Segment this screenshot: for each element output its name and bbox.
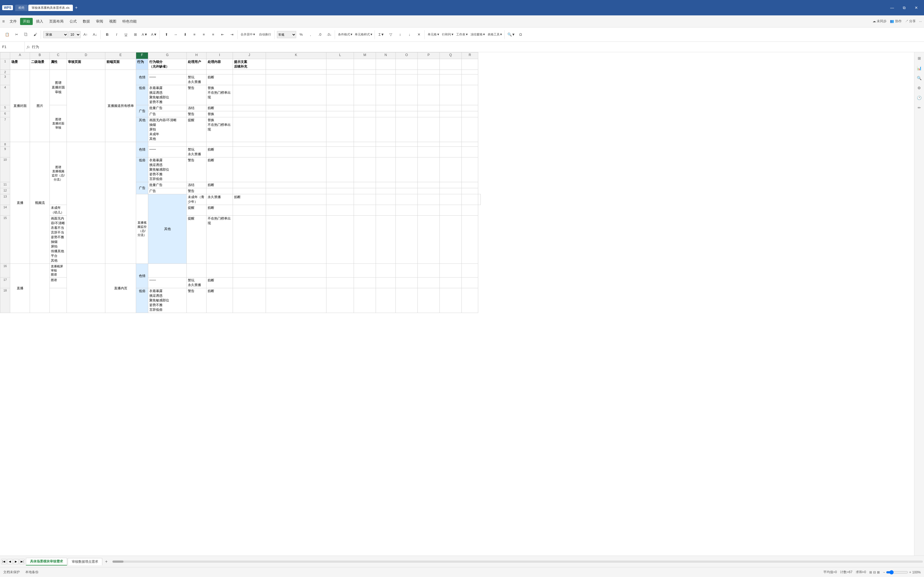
cell-L5[interactable] bbox=[326, 105, 354, 111]
cell-E8[interactable] bbox=[105, 142, 136, 264]
cell-O9[interactable] bbox=[396, 147, 418, 158]
cell-K17[interactable] bbox=[266, 277, 326, 288]
col-header-C[interactable]: C bbox=[50, 53, 67, 59]
cell-L2[interactable] bbox=[326, 70, 354, 74]
cell-P15[interactable] bbox=[418, 216, 440, 264]
cell-R18[interactable] bbox=[462, 288, 478, 313]
table-tools-button[interactable]: 表格工具▼ bbox=[487, 30, 503, 39]
cell-I8[interactable] bbox=[207, 142, 233, 147]
align-top[interactable]: ⬆ bbox=[162, 30, 171, 39]
cell-O1[interactable] bbox=[396, 59, 418, 70]
cell-Q5[interactable] bbox=[440, 105, 462, 111]
cell-I7[interactable]: 替换不在热门榜单出现 bbox=[207, 117, 233, 142]
cell-B16[interactable] bbox=[30, 264, 50, 313]
cell-H9[interactable]: 禁玩永久禁播 bbox=[187, 147, 207, 158]
cell-C8[interactable]: 图谱直播视频监控（总/分流） bbox=[50, 142, 67, 205]
align-center[interactable]: ≡ bbox=[199, 30, 208, 39]
cell-L14[interactable] bbox=[326, 205, 354, 216]
cell-M10[interactable] bbox=[354, 158, 376, 182]
cell-G11[interactable]: 批量广告 bbox=[148, 182, 187, 188]
more-menu[interactable]: ··· bbox=[919, 19, 922, 23]
cell-H5[interactable]: 冻结 bbox=[187, 105, 207, 111]
cell-K18[interactable] bbox=[266, 288, 326, 313]
cell-I5[interactable]: 掐断 bbox=[207, 105, 233, 111]
col-header-I[interactable]: I bbox=[207, 53, 233, 59]
sidebar-icon-6[interactable]: ✏ bbox=[916, 104, 923, 111]
cell-I2[interactable] bbox=[207, 70, 233, 74]
sheet-tab-main[interactable]: 具体场景模块审核需求 bbox=[26, 558, 67, 566]
cell-reference[interactable]: F1 bbox=[0, 42, 25, 52]
align-left[interactable]: ≡ bbox=[190, 30, 199, 39]
cell-G8[interactable] bbox=[148, 142, 187, 147]
cell-N17[interactable] bbox=[376, 277, 396, 288]
tab-scroll-right-most[interactable]: ▶| bbox=[19, 559, 25, 564]
cell-N5[interactable] bbox=[376, 105, 396, 111]
zoom-in-btn[interactable]: + bbox=[909, 571, 911, 574]
sum-button[interactable]: Σ▼ bbox=[377, 30, 386, 39]
cell-M5[interactable] bbox=[354, 105, 376, 111]
cell-R8[interactable] bbox=[462, 142, 478, 147]
cell-A8[interactable]: 直播 bbox=[10, 142, 30, 264]
cell-D16[interactable] bbox=[67, 264, 105, 313]
cell-G7[interactable]: 画面无内容/不清晰抽烟屏拍未成年其他 bbox=[148, 117, 187, 142]
col-header-R[interactable]: R bbox=[462, 53, 478, 59]
border-button[interactable]: ⊞ bbox=[131, 30, 140, 39]
minimize-button[interactable]: — bbox=[887, 3, 898, 12]
cell-K2[interactable] bbox=[266, 70, 326, 74]
cell-K11[interactable] bbox=[266, 182, 326, 188]
normal-view-btn[interactable]: ⊞ bbox=[869, 571, 872, 574]
cell-Q17[interactable] bbox=[440, 277, 462, 288]
format-painter[interactable]: 🖌 bbox=[31, 30, 40, 39]
cell-R2[interactable] bbox=[462, 70, 478, 74]
cell-M12[interactable] bbox=[354, 188, 376, 194]
tab-scroll-left-most[interactable]: |◀ bbox=[1, 559, 6, 564]
cell-J16[interactable] bbox=[233, 264, 266, 277]
cell-G5[interactable]: 批量广告 bbox=[148, 105, 187, 111]
cell-M2[interactable] bbox=[354, 70, 376, 74]
insert-cell-button[interactable]: 单元格▼ bbox=[427, 30, 441, 39]
cell-L15[interactable] bbox=[326, 216, 354, 264]
cell-G17[interactable]: —— bbox=[148, 277, 187, 288]
cell-M7[interactable] bbox=[354, 117, 376, 142]
cell-P6[interactable] bbox=[418, 111, 440, 117]
local-backup-status[interactable]: 本地备份 bbox=[25, 570, 39, 575]
cell-N1[interactable] bbox=[376, 59, 396, 70]
formula-input[interactable] bbox=[32, 45, 924, 49]
cell-N14[interactable] bbox=[376, 205, 396, 216]
cell-J17[interactable] bbox=[233, 277, 266, 288]
cell-O17[interactable] bbox=[396, 277, 418, 288]
cell-N11[interactable] bbox=[376, 182, 396, 188]
cell-E1[interactable]: 前端页面 bbox=[105, 59, 136, 70]
col-header-N[interactable]: N bbox=[376, 53, 396, 59]
cell-J6[interactable] bbox=[233, 111, 266, 117]
cell-M11[interactable] bbox=[354, 182, 376, 188]
cell-I9[interactable]: 掐断 bbox=[207, 147, 233, 158]
cell-Q14[interactable] bbox=[440, 205, 462, 216]
cell-Q7[interactable] bbox=[440, 117, 462, 142]
cell-K9[interactable] bbox=[266, 147, 326, 158]
paste-button[interactable]: 📋 bbox=[3, 30, 11, 39]
cell-M15[interactable] bbox=[354, 216, 376, 264]
cell-P2[interactable] bbox=[418, 70, 440, 74]
cell-F10[interactable]: 低俗 bbox=[136, 158, 148, 182]
cell-I17[interactable]: 掐断 bbox=[207, 277, 233, 288]
cell-L13[interactable] bbox=[354, 194, 376, 205]
number-format-select[interactable]: 常规 bbox=[277, 31, 296, 38]
cell-R11[interactable] bbox=[462, 182, 478, 188]
italic-button[interactable]: I bbox=[112, 30, 121, 39]
tab-scroll-right[interactable]: ▶ bbox=[13, 559, 19, 564]
menu-view[interactable]: 视图 bbox=[107, 18, 119, 25]
cell-B8[interactable]: 视频流 bbox=[30, 142, 50, 264]
cell-K13[interactable] bbox=[326, 194, 354, 205]
font-size-decrease[interactable]: A↓ bbox=[90, 30, 99, 39]
cell-R13[interactable] bbox=[478, 194, 481, 205]
cell-H7[interactable]: 提醒 bbox=[187, 117, 207, 142]
cell-G10[interactable]: 衣着暴露挑逗诱惑聚焦敏感部位姿势不雅言辞低俗 bbox=[148, 158, 187, 182]
cell-C18[interactable] bbox=[50, 288, 67, 313]
underline-button[interactable]: U bbox=[121, 30, 130, 39]
cell-L10[interactable] bbox=[326, 158, 354, 182]
sidebar-icon-2[interactable]: 📊 bbox=[916, 64, 923, 72]
cell-G15[interactable]: 画面无内容/不清晰衣着不当言辞不当姿势不雅抽烟屏拍传播其他平台其他 bbox=[50, 216, 67, 264]
cell-Q16[interactable] bbox=[440, 264, 462, 277]
menu-special[interactable]: 特色功能 bbox=[120, 18, 139, 25]
